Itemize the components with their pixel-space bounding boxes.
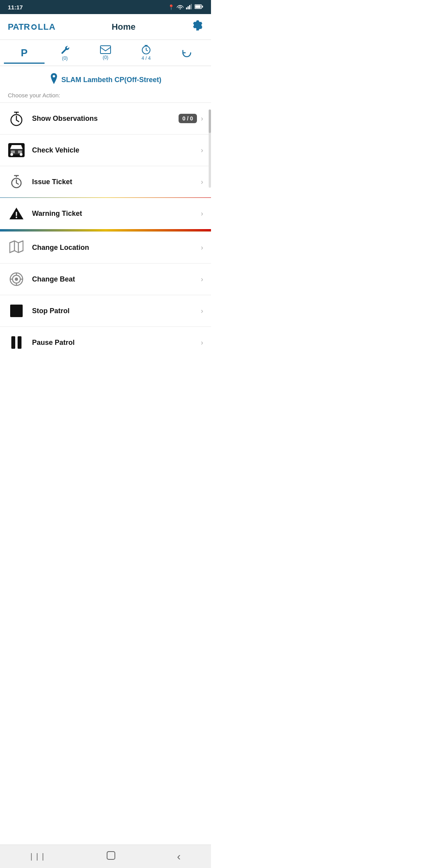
page-title: Home <box>112 22 136 32</box>
observations-badge: 0 / 0 <box>179 114 197 123</box>
chevron-right-icon: › <box>201 146 203 154</box>
location-status-icon: 📍 <box>168 4 174 10</box>
refresh-icon <box>181 47 192 58</box>
tab-patrol[interactable]: P <box>4 42 45 64</box>
action-list: Show Observations 0 / 0 › <box>0 102 211 230</box>
svg-point-18 <box>16 217 17 218</box>
wrench-icon <box>60 45 70 55</box>
tab-refresh[interactable] <box>166 43 207 63</box>
svg-rect-2 <box>189 5 190 9</box>
status-bar: 11:17 📍 <box>0 0 211 14</box>
svg-rect-6 <box>202 5 203 7</box>
action-item-warning-ticket[interactable]: Warning Ticket › <box>0 197 211 230</box>
action-item-stop-patrol[interactable]: Stop Patrol › <box>0 295 211 326</box>
location-pin-icon <box>50 73 58 86</box>
action-item-change-location[interactable]: Change Location › <box>0 231 211 263</box>
location-name: SLAM Lambeth CP(Off-Street) <box>61 76 161 84</box>
patrol-tab-icon: P <box>21 47 27 59</box>
scroll-thumb <box>209 109 211 133</box>
svg-rect-1 <box>188 6 189 9</box>
timer-tab-label: 4 / 4 <box>141 56 150 61</box>
tools-tab-label: (0) <box>62 56 68 61</box>
tab-tools[interactable]: (0) <box>45 40 85 66</box>
svg-rect-5 <box>195 5 201 8</box>
envelope-icon <box>100 45 111 54</box>
action-item-change-beat[interactable]: Change Beat › <box>0 263 211 295</box>
logo-text: PATR <box>8 22 30 32</box>
compass-icon <box>8 271 25 288</box>
warning-icon <box>8 205 25 222</box>
tab-timer[interactable]: 4 / 4 <box>126 40 166 66</box>
action-item-show-observations[interactable]: Show Observations 0 / 0 › <box>0 102 211 134</box>
chevron-right-icon: › <box>201 244 203 252</box>
status-icons: 📍 <box>168 4 203 11</box>
action-item-pause-patrol[interactable]: Pause Patrol › <box>0 326 211 358</box>
battery-icon <box>195 4 203 10</box>
chevron-right-icon: › <box>201 178 203 186</box>
logo-text-end: LLA <box>38 22 56 32</box>
car-icon <box>8 142 25 159</box>
show-observations-label: Show Observations <box>32 115 179 123</box>
tab-messages[interactable]: (0) <box>85 41 126 65</box>
logo-circle-icon <box>31 24 37 30</box>
map-icon <box>8 239 25 256</box>
chevron-right-icon: › <box>201 307 203 315</box>
chevron-right-icon: › <box>201 115 203 123</box>
content-area: SLAM Lambeth CP(Off-Street) Choose your … <box>0 66 211 358</box>
pause-patrol-label: Pause Patrol <box>32 339 201 347</box>
status-time: 11:17 <box>8 4 23 11</box>
chevron-right-icon: › <box>201 210 203 218</box>
scroll-indicator <box>209 109 211 188</box>
pause-icon <box>8 334 25 351</box>
signal-icon <box>186 4 192 11</box>
svg-rect-16 <box>18 151 22 153</box>
stopwatch-icon <box>8 110 25 127</box>
wifi-icon <box>177 4 184 11</box>
logo: PATR LLA <box>8 22 55 32</box>
tab-bar: P (0) (0) 4 / 4 <box>0 40 211 66</box>
app-header: PATR LLA Home <box>0 14 211 40</box>
location-header: SLAM Lambeth CP(Off-Street) <box>0 66 211 90</box>
issue-ticket-label: Issue Ticket <box>32 178 201 186</box>
stop-patrol-label: Stop Patrol <box>32 307 201 315</box>
svg-point-13 <box>11 153 13 156</box>
svg-point-14 <box>20 153 23 156</box>
svg-rect-3 <box>191 4 192 9</box>
messages-tab-label: (0) <box>103 55 109 60</box>
svg-point-21 <box>15 278 18 280</box>
chevron-right-icon: › <box>201 275 203 283</box>
action-prompt: Choose your Action: <box>0 90 211 102</box>
action-item-issue-ticket[interactable]: Issue Ticket › <box>0 166 211 197</box>
map-pin-icon <box>50 73 58 84</box>
stop-icon <box>8 302 25 319</box>
warning-ticket-label: Warning Ticket <box>32 210 201 218</box>
ticket-stopwatch-icon <box>8 173 25 190</box>
svg-rect-0 <box>186 7 187 9</box>
settings-button[interactable] <box>191 20 203 34</box>
change-location-label: Change Location <box>32 244 201 252</box>
chevron-right-icon: › <box>201 339 203 347</box>
action-list-2: Change Location › Change Beat <box>0 231 211 358</box>
svg-rect-15 <box>11 151 15 153</box>
action-item-check-vehicle[interactable]: Check Vehicle › <box>0 134 211 166</box>
timer-icon <box>141 45 151 55</box>
check-vehicle-label: Check Vehicle <box>32 146 201 154</box>
svg-rect-7 <box>100 46 111 54</box>
change-beat-label: Change Beat <box>32 275 201 283</box>
